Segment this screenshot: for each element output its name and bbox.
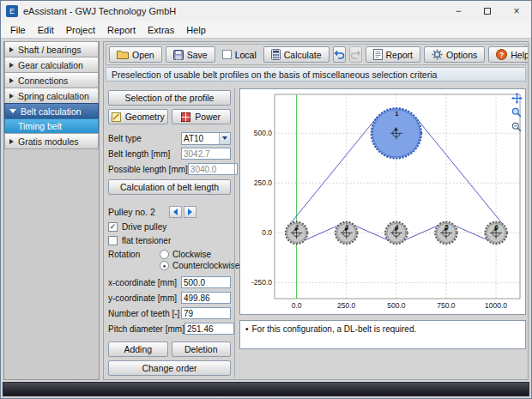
calculate-button[interactable]: Calculate xyxy=(263,46,329,63)
flat-tensioner-row: flat tensioner xyxy=(108,236,231,245)
save-button[interactable]: Save xyxy=(166,46,215,63)
next-pulley-button[interactable] xyxy=(184,206,196,218)
calculation-of-belt-length-button[interactable]: Calculation of belt length xyxy=(108,179,231,195)
report-label: Report xyxy=(386,50,414,60)
adding-button[interactable]: Adding xyxy=(108,342,168,357)
result-message: For this configuration, a DL-belt is req… xyxy=(252,324,417,334)
x-coordinate-field[interactable] xyxy=(181,276,231,288)
clockwise-label: Clockwise xyxy=(172,250,211,259)
dropdown-arrow-button[interactable] xyxy=(219,133,230,144)
drive-pulley-label: Drive pulley xyxy=(122,222,166,232)
svg-text:0.0: 0.0 xyxy=(262,228,272,237)
change-order-button[interactable]: Change order xyxy=(108,360,231,376)
open-button[interactable]: Open xyxy=(109,46,162,63)
drive-pulley-checkbox[interactable]: ✓ xyxy=(108,222,118,232)
belt-type-value: AT10 xyxy=(182,134,219,143)
zoom-icon[interactable] xyxy=(511,121,523,133)
gear-icon xyxy=(432,49,443,60)
drive-pulley-row: ✓ Drive pulley xyxy=(108,222,231,232)
local-label: Local xyxy=(235,50,257,60)
sidebar-filler xyxy=(4,149,99,379)
previous-pulley-button[interactable] xyxy=(169,206,182,218)
controls-column: Selection of the profile Geometry Power … xyxy=(106,88,231,378)
report-button[interactable]: Report xyxy=(366,46,421,63)
counterclockwise-label: Counterclockwise xyxy=(172,261,239,270)
app-icon: E xyxy=(6,5,18,17)
svg-text:3: 3 xyxy=(345,223,348,231)
zoom-window-icon[interactable] xyxy=(511,106,523,118)
maximize-button[interactable] xyxy=(473,1,502,21)
module-sidebar: Shaft / bearings Gear calculation Connec… xyxy=(3,41,100,380)
pulley-header-row: Pulley no. 2 xyxy=(108,206,231,218)
svg-text:250.0: 250.0 xyxy=(254,178,273,187)
number-of-teeth-field[interactable] xyxy=(181,307,231,319)
chevron-left-icon xyxy=(173,209,178,215)
svg-text:6: 6 xyxy=(495,223,499,231)
sidebar-item-belt-calculation[interactable]: Belt calculation xyxy=(4,103,99,119)
help-label: Help xyxy=(511,50,529,60)
sidebar-item-label: Spring calculation xyxy=(18,91,89,101)
belt-length-field[interactable] xyxy=(181,148,231,160)
floppy-save-icon xyxy=(173,50,184,60)
counterclockwise-option[interactable]: ● Counterclockwise xyxy=(160,261,239,270)
power-button[interactable]: Power xyxy=(172,109,232,124)
counterclockwise-radio[interactable]: ● xyxy=(160,261,169,270)
undo-icon xyxy=(334,50,345,59)
number-of-teeth-label: Number of teeth [-] xyxy=(108,309,181,318)
menu-report[interactable]: Report xyxy=(101,23,142,37)
options-button[interactable]: Options xyxy=(424,46,485,63)
minimize-button[interactable]: − xyxy=(444,1,473,21)
chart-toolbar xyxy=(511,92,523,133)
chevron-right-icon xyxy=(9,78,14,83)
sidebar-item-gratis-modules[interactable]: Gratis modules xyxy=(4,133,99,149)
pulley-title: Pulley no. 2 xyxy=(108,207,155,217)
possible-length-field[interactable] xyxy=(188,163,238,175)
svg-text:2: 2 xyxy=(295,223,299,231)
workspace: Selection of the profile Geometry Power … xyxy=(106,82,526,378)
sidebar-item-label: Gear calculation xyxy=(18,60,83,70)
pitch-diameter-field[interactable] xyxy=(184,323,234,335)
clockwise-radio[interactable] xyxy=(160,250,169,259)
help-button[interactable]: ? Help xyxy=(488,46,529,63)
help-icon: ? xyxy=(496,49,507,60)
redo-icon xyxy=(350,50,361,59)
app-window: E eAssistant - GWJ Technology GmbH − × F… xyxy=(0,0,532,399)
close-button[interactable]: × xyxy=(502,1,531,21)
geometry-button[interactable]: Geometry xyxy=(108,109,168,124)
menu-file[interactable]: File xyxy=(4,23,32,37)
menu-edit[interactable]: Edit xyxy=(32,23,60,37)
app-body: Shaft / bearings Gear calculation Connec… xyxy=(1,39,531,382)
menu-project[interactable]: Project xyxy=(60,23,101,37)
sidebar-item-timing-belt[interactable]: Timing belt xyxy=(4,118,99,134)
belt-type-select[interactable]: AT10 xyxy=(181,132,231,145)
sidebar-item-spring-calculation[interactable]: Spring calculation xyxy=(4,88,99,104)
menu-help[interactable]: Help xyxy=(180,23,212,37)
local-checkbox[interactable] xyxy=(222,50,232,59)
redo-button[interactable] xyxy=(349,46,362,63)
belt-diagram-panel[interactable]: 0.0250.0500.0750.01000.0500.0250.00.0-25… xyxy=(239,88,526,315)
menu-bar: File Edit Project Report Extras Help xyxy=(1,21,531,39)
pan-icon[interactable] xyxy=(511,92,523,104)
folder-open-icon xyxy=(117,50,129,59)
chevron-down-icon xyxy=(222,136,227,140)
menu-extras[interactable]: Extras xyxy=(142,23,180,37)
geometry-label: Geometry xyxy=(125,112,165,122)
clockwise-option[interactable]: Clockwise xyxy=(160,250,211,259)
belt-length-label: Belt length [mm] xyxy=(108,149,181,159)
selection-of-profile-button[interactable]: Selection of the profile xyxy=(108,90,231,106)
sidebar-item-connections[interactable]: Connections xyxy=(4,72,99,88)
y-coordinate-label: y-coordinate [mm] xyxy=(108,293,181,303)
sidebar-item-shaft-bearings[interactable]: Shaft / bearings xyxy=(4,41,99,57)
undo-button[interactable] xyxy=(333,46,346,63)
flat-tensioner-checkbox[interactable] xyxy=(108,236,118,245)
possible-length-label: Possible length [mm] xyxy=(108,165,188,174)
belt-diagram-svg[interactable]: 0.0250.0500.0750.01000.0500.0250.00.0-25… xyxy=(240,89,525,314)
chevron-right-icon xyxy=(9,47,14,52)
sidebar-item-label: Timing belt xyxy=(18,121,62,131)
y-coordinate-field[interactable] xyxy=(181,292,231,304)
sidebar-item-gear-calculation[interactable]: Gear calculation xyxy=(4,57,99,73)
title-bar: E eAssistant - GWJ Technology GmbH − × xyxy=(1,1,531,21)
belt-type-label: Belt type xyxy=(108,134,181,143)
deletion-button[interactable]: Deletion xyxy=(172,342,232,357)
chevron-right-icon xyxy=(9,94,14,99)
